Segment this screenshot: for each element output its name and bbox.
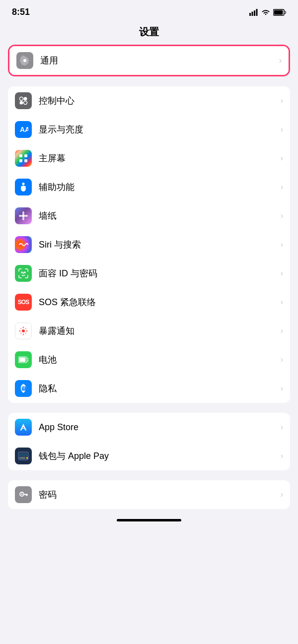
settings-row-general[interactable]: 通用 › — [9, 46, 289, 75]
settings-row-wallet[interactable]: 钱包与 Apple Pay › — [8, 442, 290, 470]
settings-row-password[interactable]: 密码 › — [8, 480, 290, 509]
svg-text:AA: AA — [20, 126, 28, 133]
svg-point-33 — [20, 333, 21, 334]
password-key-icon — [18, 489, 29, 500]
siri-icon — [15, 236, 32, 253]
wallet-card-icon — [18, 451, 29, 460]
status-bar: 8:51 — [0, 0, 298, 21]
appstore-icon — [15, 419, 32, 436]
svg-rect-14 — [24, 159, 27, 162]
settings-row-appstore[interactable]: App Store › — [8, 413, 290, 442]
svg-point-9 — [24, 101, 27, 105]
password-label: 密码 — [39, 489, 277, 501]
settings-row-siri[interactable]: Siri 与搜索 › — [8, 230, 290, 259]
control-center-icon — [15, 92, 32, 109]
home-indicator — [117, 519, 181, 521]
accessibility-person-icon — [18, 182, 29, 193]
settings-row-privacy[interactable]: 隐私 › — [8, 374, 290, 403]
svg-point-26 — [23, 327, 24, 328]
accessibility-chevron: › — [281, 183, 283, 192]
face-id-icon — [18, 268, 29, 279]
svg-rect-44 — [19, 457, 25, 459]
accessibility-label: 辅助功能 — [39, 181, 277, 193]
accessibility-icon — [15, 179, 32, 195]
svg-point-23 — [21, 272, 22, 273]
settings-row-faceid[interactable]: 面容 ID 与密码 › — [8, 259, 290, 288]
svg-point-6 — [20, 97, 23, 101]
control-icon — [18, 96, 28, 106]
svg-point-19 — [22, 211, 24, 214]
svg-rect-12 — [24, 154, 27, 157]
settings-row-sos[interactable]: SOS SOS 紧急联络 › — [8, 288, 290, 317]
settings-group-password: 密码 › — [8, 480, 290, 509]
svg-rect-13 — [19, 159, 22, 162]
svg-point-24 — [24, 272, 25, 273]
svg-rect-0 — [249, 13, 251, 16]
svg-point-7 — [24, 97, 27, 101]
svg-point-29 — [26, 330, 28, 332]
password-chevron: › — [281, 490, 283, 499]
display-brightness-icon: AA — [18, 125, 28, 134]
faceid-icon — [15, 265, 32, 282]
svg-point-47 — [21, 494, 23, 495]
settings-group-store: App Store › 钱包与 Apple Pay › — [8, 413, 290, 470]
settings-row-exposure[interactable]: 暴露通知 › — [8, 317, 290, 345]
svg-point-25 — [22, 329, 25, 332]
battery-settings-icon — [15, 351, 32, 368]
display-chevron: › — [281, 125, 283, 134]
status-time: 8:51 — [12, 7, 30, 17]
siri-wave-icon — [18, 240, 28, 250]
display-icon: AA — [15, 121, 32, 138]
svg-rect-2 — [254, 10, 255, 16]
page-title: 设置 — [0, 21, 298, 45]
svg-point-21 — [19, 215, 22, 217]
settings-row-accessibility[interactable]: 辅助功能 › — [8, 173, 290, 201]
battery-label: 电池 — [39, 354, 277, 366]
general-label: 通用 — [40, 55, 275, 66]
homescreen-chevron: › — [281, 154, 283, 163]
exposure-chevron: › — [281, 326, 283, 335]
password-icon — [15, 486, 32, 503]
settings-row-control-center[interactable]: 控制中心 › — [8, 86, 290, 115]
exposure-icon — [15, 322, 32, 339]
sos-icon: SOS — [15, 294, 32, 311]
privacy-hand-icon — [18, 383, 29, 394]
settings-group-main: 控制中心 › AA 显示与亮度 › 主屏幕 › — [8, 86, 290, 403]
svg-point-22 — [25, 215, 28, 217]
privacy-chevron: › — [281, 384, 283, 393]
wallpaper-icon — [15, 207, 32, 224]
svg-point-32 — [25, 328, 26, 329]
settings-row-wallpaper[interactable]: 墙纸 › — [8, 201, 290, 230]
wallet-icon — [15, 448, 32, 464]
gear-icon — [20, 56, 30, 65]
wifi-icon — [261, 9, 270, 16]
homescreen-label: 主屏幕 — [39, 152, 277, 164]
settings-row-display[interactable]: AA 显示与亮度 › — [8, 115, 290, 144]
settings-row-homescreen[interactable]: 主屏幕 › — [8, 144, 290, 173]
faceid-chevron: › — [281, 269, 283, 278]
svg-rect-1 — [252, 11, 253, 16]
battery-icon — [273, 9, 286, 16]
control-center-label: 控制中心 — [39, 95, 277, 107]
appstore-chevron: › — [281, 423, 283, 432]
appstore-label: App Store — [39, 422, 277, 433]
faceid-label: 面容 ID 与密码 — [39, 267, 277, 279]
homescreen-icon — [15, 150, 32, 167]
siri-label: Siri 与搜索 — [39, 239, 277, 251]
svg-rect-35 — [19, 358, 26, 362]
settings-group-highlighted: 通用 › — [8, 45, 290, 76]
settings-row-battery[interactable]: 电池 › — [8, 345, 290, 374]
svg-point-31 — [25, 333, 26, 334]
display-label: 显示与亮度 — [39, 124, 277, 135]
wallpaper-chevron: › — [281, 211, 283, 220]
wallet-label: 钱包与 Apple Pay — [39, 450, 277, 462]
wallpaper-flower-icon — [18, 211, 28, 221]
general-chevron: › — [279, 56, 282, 65]
sos-label: SOS 紧急联络 — [39, 296, 277, 308]
svg-point-20 — [22, 217, 24, 220]
sos-chevron: › — [281, 298, 283, 307]
svg-rect-11 — [19, 154, 22, 157]
siri-chevron: › — [281, 240, 283, 249]
svg-point-15 — [22, 183, 25, 185]
privacy-icon — [15, 380, 32, 397]
